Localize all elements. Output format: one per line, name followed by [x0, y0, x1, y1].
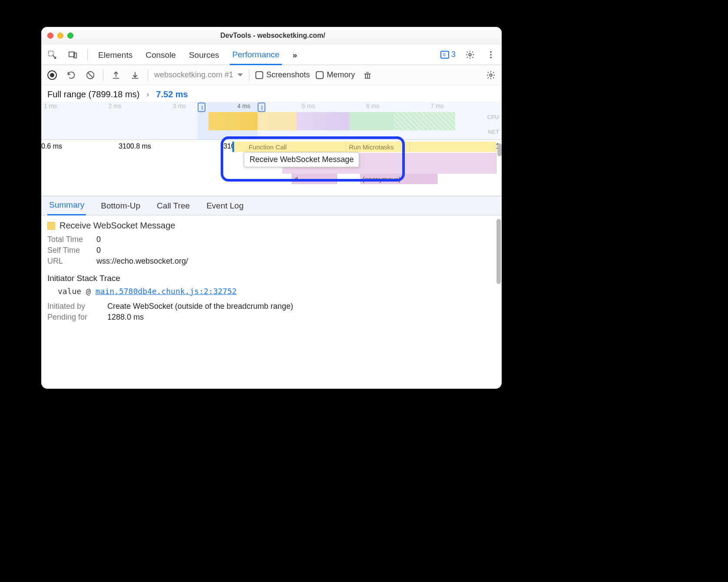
titlebar: DevTools - websocketking.com/ — [41, 27, 502, 44]
overview-minimap[interactable]: 1 ms 2 ms 3 ms 4 ms 5 ms 6 ms 7 ms CPU N… — [41, 103, 502, 140]
summary-pending-for: Pending for 1288.0 ms — [47, 313, 496, 322]
tab-sources[interactable]: Sources — [186, 45, 222, 64]
kv-label: Self Time — [47, 246, 89, 255]
main-tabstrip: Elements Console Sources Performance » ≡… — [41, 44, 502, 65]
flame-event-anonymous[interactable]: (anonymous) — [360, 174, 437, 184]
summary-initiated-by: Initiated by Create WebSocket (outside o… — [47, 302, 496, 311]
full-range-label[interactable]: Full range (7899.18 ms) — [47, 89, 139, 99]
kebab-menu-icon[interactable] — [484, 48, 497, 61]
performance-toolbar: websocketking.com #1 Screenshots Memory — [41, 65, 502, 85]
kv-value: wss://echo.websocket.org/ — [96, 257, 188, 266]
divider — [103, 69, 103, 81]
kv-label: URL — [47, 257, 89, 266]
tabs-overflow-button[interactable]: » — [290, 45, 300, 64]
clear-button[interactable] — [84, 69, 97, 82]
svg-point-3 — [469, 53, 471, 56]
capture-settings-gear-icon[interactable] — [484, 69, 497, 82]
settings-gear-icon[interactable] — [463, 48, 477, 61]
svg-point-4 — [490, 51, 492, 53]
overview-shade-right — [258, 103, 502, 139]
detail-tab-event-log[interactable]: Event Log — [205, 197, 245, 215]
minimize-window-button[interactable] — [57, 33, 63, 39]
flame-tooltip: Receive WebSocket Message — [244, 152, 359, 167]
selected-range-label[interactable]: 7.52 ms — [156, 89, 188, 99]
checkbox-icon — [316, 71, 324, 79]
summary-url: URL wss://echo.websocket.org/ — [47, 257, 496, 266]
detail-tab-call-tree[interactable]: Call Tree — [155, 197, 192, 215]
checkbox-icon — [255, 71, 263, 79]
flame-event-function-call[interactable]: Function Call — [246, 142, 347, 152]
divider — [148, 69, 148, 81]
kv-value: 1288.0 ms — [107, 313, 144, 322]
zoom-window-button[interactable] — [67, 33, 73, 39]
issues-count: 3 — [451, 50, 456, 59]
window-controls — [47, 33, 73, 39]
stack-frame: value @ main.5780db4e.chunk.js:2:32752 — [47, 287, 496, 296]
close-window-button[interactable] — [47, 33, 53, 39]
kv-value: 0 — [96, 246, 101, 255]
window-title: DevTools - websocketking.com/ — [73, 32, 472, 40]
kv-value: 0 — [96, 235, 101, 244]
download-profile-icon[interactable] — [129, 69, 142, 82]
record-button[interactable] — [46, 69, 59, 82]
memory-checkbox[interactable]: Memory — [316, 70, 355, 79]
tab-elements[interactable]: Elements — [96, 45, 135, 64]
flame-event-run-microtasks[interactable]: Run Microtasks — [346, 142, 410, 152]
time-range-breadcrumb: Full range (7899.18 ms) › 7.52 ms — [41, 85, 502, 103]
stack-frame-fn: value — [58, 287, 81, 296]
kv-value: Create WebSocket (outside of the breadcr… — [107, 302, 293, 311]
flame-event-d[interactable]: d… — [291, 174, 337, 184]
detail-tab-bottom-up[interactable]: Bottom-Up — [99, 197, 142, 215]
collect-garbage-icon[interactable] — [361, 69, 374, 82]
time-tick: 0.6 ms — [41, 142, 62, 150]
reload-record-button[interactable] — [65, 69, 78, 82]
summary-event-name: Receive WebSocket Message — [60, 221, 175, 231]
issues-icon: ≡ — [440, 51, 449, 59]
device-toolbar-icon[interactable] — [66, 48, 79, 61]
tab-console[interactable]: Console — [143, 45, 179, 64]
detail-tabstrip: Summary Bottom-Up Call Tree Event Log — [41, 196, 502, 215]
tracks-scrollbar[interactable] — [497, 143, 502, 156]
svg-point-6 — [490, 56, 492, 58]
event-color-swatch — [47, 222, 55, 230]
recording-name: websocketking.com #1 — [154, 70, 233, 79]
kv-label: Total Time — [47, 235, 89, 244]
kv-label: Initiated by — [47, 302, 99, 311]
checkbox-label: Screenshots — [266, 70, 310, 79]
overview-range-handle-right[interactable] — [258, 103, 265, 112]
stack-frame-sep: @ — [86, 287, 91, 296]
summary-self-time: Self Time 0 — [47, 246, 496, 255]
detail-tab-summary[interactable]: Summary — [47, 196, 86, 215]
upload-profile-icon[interactable] — [109, 69, 122, 82]
selected-event-marker — [232, 142, 234, 152]
kv-label: Pending for — [47, 313, 99, 322]
chevron-right-icon: › — [146, 90, 149, 99]
tab-performance[interactable]: Performance — [230, 45, 282, 65]
checkbox-label: Memory — [327, 70, 355, 79]
overview-shade-left — [41, 103, 198, 139]
divider — [249, 69, 249, 81]
summary-event-title: Receive WebSocket Message — [47, 221, 496, 231]
time-tick: 3100.8 ms — [119, 142, 151, 150]
recording-selector[interactable]: websocketking.com #1 — [154, 70, 243, 79]
inspect-element-icon[interactable] — [46, 48, 59, 61]
stack-frame-link[interactable]: main.5780db4e.chunk.js:2:32752 — [96, 287, 237, 296]
chevron-down-icon — [238, 73, 243, 76]
svg-point-5 — [490, 54, 492, 56]
stack-trace-heading: Initiator Stack Trace — [47, 274, 496, 283]
summary-total-time: Total Time 0 — [47, 235, 496, 244]
overview-range-handle-left[interactable] — [198, 103, 205, 112]
summary-panel: Receive WebSocket Message Total Time 0 S… — [41, 215, 502, 389]
svg-point-8 — [490, 74, 492, 76]
devtools-window: DevTools - websocketking.com/ Elements C… — [41, 27, 502, 389]
flame-chart[interactable]: 0.6 ms 3100.8 ms 3101.0 ms 3101.2 ms 310… — [41, 140, 502, 196]
summary-scrollbar[interactable] — [496, 219, 501, 284]
screenshots-checkbox[interactable]: Screenshots — [255, 70, 310, 79]
issues-badge[interactable]: ≡ 3 — [440, 50, 456, 59]
divider — [87, 49, 88, 60]
